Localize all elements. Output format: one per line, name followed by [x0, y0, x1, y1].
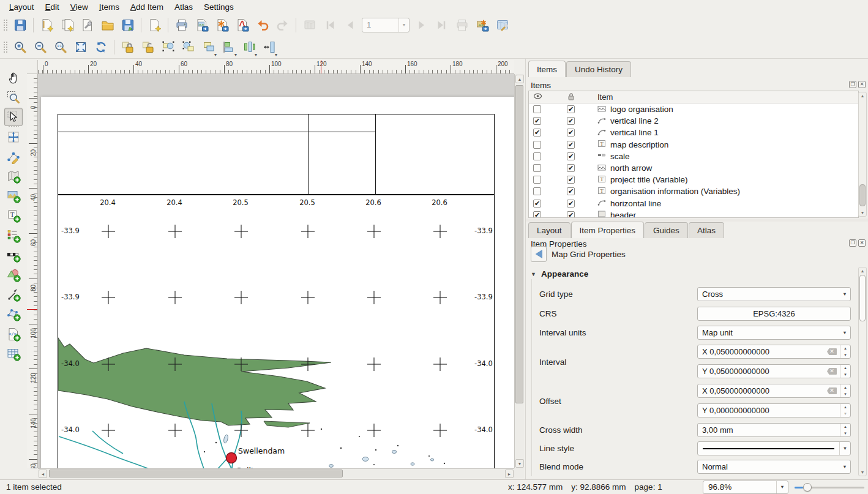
item-row-project-title-variable-[interactable]: ✔Tproject title (Variable)	[529, 174, 858, 185]
add-shape-tool[interactable]	[4, 266, 23, 284]
lock-checkbox[interactable]: ✔	[567, 152, 575, 160]
lock-checkbox[interactable]: ✔	[567, 164, 575, 172]
menu-layout[interactable]: Layout	[4, 1, 40, 13]
chevron-down-icon[interactable]: ▼	[776, 481, 788, 493]
resize-items-button[interactable]: ▼	[261, 39, 278, 56]
back-button[interactable]	[531, 246, 547, 262]
tab-undo-history[interactable]: Undo History	[566, 61, 631, 77]
visibility-checkbox[interactable]	[533, 105, 541, 113]
zoom-slider[interactable]	[795, 481, 864, 494]
cross-width-spinbox[interactable]: 3,00 mm ▲▼	[697, 423, 851, 437]
menu-items[interactable]: Items	[94, 1, 125, 13]
lock-checkbox[interactable]: ✔	[567, 105, 575, 113]
load-from-template-button[interactable]	[99, 17, 116, 34]
item-row-scale[interactable]: ✔scale	[529, 151, 858, 162]
float-panel-icon[interactable]: ❐	[849, 239, 856, 247]
slider-knob[interactable]	[803, 483, 812, 492]
interval-x-spinbox[interactable]: X 0,050000000000 ✕ ▲▼	[697, 345, 851, 359]
lock-checkbox[interactable]: ✔	[567, 211, 575, 218]
horizontal-ruler[interactable]: 020406080100120140160180200	[38, 60, 514, 74]
horizontal-line-item[interactable]	[58, 132, 375, 132]
item-row-horizontal-line[interactable]: ✔✔horizontal line	[529, 198, 858, 209]
header-frame[interactable]	[58, 114, 495, 195]
zoom-in-button[interactable]	[12, 39, 29, 56]
visibility-checkbox[interactable]: ✔	[533, 211, 541, 218]
export-as-svg-button[interactable]	[214, 17, 231, 34]
close-panel-icon[interactable]: ✕	[858, 81, 866, 88]
item-row-vertical-line-2[interactable]: ✔✔vertical line 2	[529, 115, 858, 127]
atlas-page-combo[interactable]: 1▼	[362, 18, 410, 32]
print-layout-button[interactable]	[173, 17, 190, 34]
align-items-button[interactable]: ▼	[220, 39, 238, 56]
export-as-image-button[interactable]	[193, 17, 211, 34]
add-scalebar-tool[interactable]	[4, 246, 23, 264]
zoom-level-combobox[interactable]: 96.8% ▼	[703, 481, 788, 494]
line-style-button[interactable]: ▼	[697, 441, 851, 455]
close-panel-icon[interactable]: ✕	[858, 239, 866, 247]
scroll-up-icon[interactable]: ▲	[515, 75, 524, 83]
group-items-button[interactable]	[160, 39, 177, 56]
item-row-map-description[interactable]: ✔Tmap description	[529, 139, 858, 151]
lock-checkbox[interactable]: ✔	[567, 176, 575, 184]
zoom-level-value[interactable]: 96.8%	[703, 482, 776, 492]
item-row-north-arrow[interactable]: ✔north arrow	[529, 162, 858, 174]
add-legend-tool[interactable]	[4, 226, 23, 245]
items-panel-scrollbar[interactable]: ▲ ▼	[858, 92, 867, 217]
zoom-tool-tool[interactable]	[4, 88, 23, 107]
menu-add-item[interactable]: Add Item	[125, 1, 169, 13]
select-move-item-tool[interactable]	[4, 108, 23, 126]
item-row-vertical-line-1[interactable]: ✔✔vertical line 1	[529, 127, 858, 138]
lock-checkbox[interactable]: ✔	[567, 129, 575, 137]
layout-manager-button[interactable]	[79, 17, 96, 34]
blend-mode-dropdown[interactable]: Normal▼	[697, 460, 851, 474]
add-label-tool[interactable]: T	[4, 206, 23, 225]
scroll-down-icon[interactable]: ▼	[859, 470, 866, 474]
properties-scroll-thumb[interactable]	[859, 275, 866, 321]
vertical-ruler[interactable]: 020406080100120140160	[27, 74, 38, 468]
lock-checkbox[interactable]: ✔	[567, 141, 575, 149]
tab-items[interactable]: Items	[528, 61, 566, 77]
clear-value-icon[interactable]: ✕	[827, 387, 837, 394]
toolbar-drag-handle[interactable]	[2, 40, 7, 54]
scroll-up-icon[interactable]: ▲	[859, 94, 866, 98]
vertical-line-2-item[interactable]	[375, 114, 376, 194]
properties-panel-scrollbar[interactable]: ▲ ▼	[858, 267, 867, 476]
toolbar-drag-handle[interactable]	[2, 18, 7, 32]
item-row-header[interactable]: ✔✔header	[529, 209, 858, 218]
scroll-right-icon[interactable]: ►	[505, 470, 514, 478]
edit-nodes-item-tool[interactable]	[4, 148, 23, 166]
menu-edit[interactable]: Edit	[40, 1, 65, 13]
scroll-left-icon[interactable]: ◄	[39, 470, 47, 478]
float-panel-icon[interactable]: ❐	[849, 81, 856, 88]
save-project-button[interactable]	[12, 17, 29, 34]
spin-buttons[interactable]: ▲▼	[840, 404, 850, 417]
lock-checkbox[interactable]: ✔	[567, 117, 575, 125]
export-as-pdf-button[interactable]	[234, 17, 251, 34]
new-layout-button[interactable]	[39, 17, 56, 34]
lock-selected-items-button[interactable]	[119, 39, 137, 56]
item-row-organisation-information-variables-[interactable]: ✔Torganisation information (Variables)	[529, 185, 858, 197]
ungroup-items-button[interactable]	[180, 39, 197, 56]
menu-atlas[interactable]: Atlas	[169, 1, 198, 13]
visibility-checkbox[interactable]	[533, 164, 541, 172]
scroll-up-icon[interactable]: ▲	[859, 269, 866, 273]
visibility-checkbox[interactable]: ✔	[533, 117, 541, 125]
add-map-tool[interactable]	[4, 167, 23, 185]
move-item-content-tool[interactable]	[4, 128, 23, 146]
tab-layout[interactable]: Layout	[528, 222, 571, 238]
undo-button[interactable]	[254, 17, 271, 34]
vertical-line-1-item[interactable]	[308, 114, 309, 194]
lock-checkbox[interactable]: ✔	[567, 187, 575, 195]
visibility-checkbox[interactable]	[533, 141, 541, 149]
visibility-checkbox[interactable]	[533, 176, 541, 184]
menu-view[interactable]: View	[65, 1, 94, 13]
clear-value-icon[interactable]: ✕	[827, 368, 837, 375]
spin-buttons[interactable]: ▲▼	[840, 365, 850, 378]
zoom-actual-button[interactable]: 1:1	[52, 39, 69, 56]
interval-y-spinbox[interactable]: Y 0,050000000000 ✕ ▲▼	[697, 364, 851, 378]
clear-value-icon[interactable]: ✕	[827, 348, 837, 355]
items-scroll-thumb[interactable]	[859, 184, 866, 206]
unlock-all-items-button[interactable]	[140, 39, 157, 56]
scroll-down-icon[interactable]: ▼	[515, 459, 524, 468]
map-item[interactable]: Swellendam Railton	[58, 195, 494, 468]
